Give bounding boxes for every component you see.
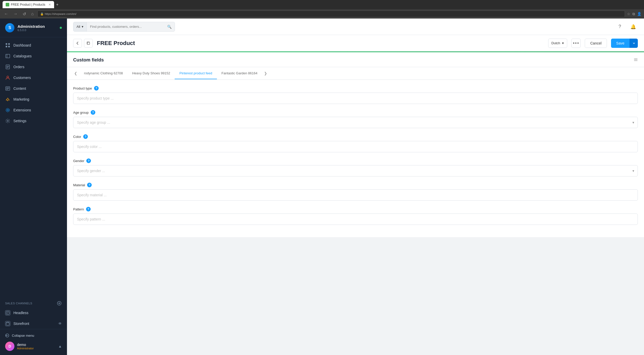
color-label: Color ? xyxy=(73,134,638,139)
catalogues-label: Catalogues xyxy=(13,54,32,58)
marketing-icon xyxy=(5,97,10,102)
search-input[interactable] xyxy=(87,25,164,29)
gender-label: Gender ? xyxy=(73,158,638,163)
sidebar-item-headless[interactable]: Headless xyxy=(0,307,67,318)
section-menu-btn[interactable] xyxy=(634,58,638,63)
section-title: Custom fields xyxy=(73,57,104,63)
language-value: Dutch xyxy=(552,41,560,45)
product-type-label: Product type ? xyxy=(73,86,638,91)
material-help[interactable]: ? xyxy=(87,183,92,187)
collapse-menu-btn[interactable]: Collapse menu xyxy=(5,333,62,338)
sidebar-item-catalogues[interactable]: Catalogues xyxy=(0,51,67,61)
tab-pinterest[interactable]: Pinterest product feed xyxy=(175,68,217,79)
pattern-help[interactable]: ? xyxy=(86,207,91,211)
add-sales-channel-btn[interactable] xyxy=(57,301,62,306)
notifications-btn[interactable]: 🔔 xyxy=(629,22,638,31)
app-version: 6.5.0.0 xyxy=(18,29,45,32)
storefront-visibility-icon[interactable]: 👁 xyxy=(58,322,62,326)
app-container: S Administration 6.5.0.0 Dashboard Catal… xyxy=(0,19,644,355)
more-options-btn[interactable]: ••• xyxy=(571,39,581,48)
sidebar-item-marketing[interactable]: Marketing xyxy=(0,94,67,105)
field-color: Color ? xyxy=(73,134,638,152)
page-title: FREE Product xyxy=(97,40,544,47)
user-expand-icon[interactable]: ▲ xyxy=(58,344,62,348)
bookmark-icon[interactable]: ☆ xyxy=(627,12,630,16)
tab-fantastic[interactable]: Fantastic Garden 86164 xyxy=(217,68,262,79)
tabs-prev-btn[interactable]: ❮ xyxy=(72,67,79,79)
sales-channels-section: Sales Channels xyxy=(0,297,67,307)
sidebar-item-extensions[interactable]: Extensions xyxy=(0,105,67,116)
forward-button[interactable]: → xyxy=(12,11,19,17)
back-button[interactable]: ← xyxy=(3,11,10,17)
topbar-right: ? 🔔 xyxy=(615,22,638,31)
language-selector[interactable]: Dutch ▾ xyxy=(548,39,567,48)
sidebar-item-dashboard[interactable]: Dashboard xyxy=(0,40,67,51)
tab-heavy-duty[interactable]: Heavy Duty Shoes 99152 xyxy=(128,68,175,79)
svg-point-10 xyxy=(7,120,9,122)
tab-aerodynamic[interactable]: rodynamic Clothing 62708 xyxy=(79,68,128,79)
search-btn[interactable]: 🔍 xyxy=(164,25,175,29)
age-group-select[interactable]: Specify age group ... xyxy=(73,117,638,128)
marketing-label: Marketing xyxy=(13,97,29,101)
copy-btn[interactable] xyxy=(84,39,93,48)
sidebar-item-orders[interactable]: Orders xyxy=(0,61,67,72)
new-tab-btn[interactable]: + xyxy=(56,2,58,7)
tab-close-btn[interactable]: ✕ xyxy=(48,3,51,6)
user-profile[interactable]: D demo Administrator ▲ xyxy=(5,342,62,351)
color-help[interactable]: ? xyxy=(83,134,88,139)
material-label: Material ? xyxy=(73,183,638,187)
svg-rect-3 xyxy=(8,46,10,47)
tabs-next-btn[interactable]: ❯ xyxy=(262,67,269,79)
tabs-bar: ❮ rodynamic Clothing 62708 Heavy Duty Sh… xyxy=(67,67,644,80)
profile-icon[interactable]: 👤 xyxy=(637,12,641,16)
user-role: Administrator xyxy=(17,347,34,350)
svg-rect-4 xyxy=(6,54,10,58)
topbar: All ▾ 🔍 ? 🔔 xyxy=(67,19,644,35)
filter-dropdown[interactable]: All ▾ xyxy=(73,22,87,31)
back-nav-btn[interactable] xyxy=(73,39,82,48)
svg-rect-2 xyxy=(6,46,7,47)
svg-rect-1 xyxy=(8,43,10,45)
field-gender: Gender ? Specify gender ... xyxy=(73,158,638,176)
material-input[interactable] xyxy=(73,189,638,201)
app-name: Administration xyxy=(18,24,45,29)
sidebar-item-customers[interactable]: Customers xyxy=(0,72,67,83)
color-input[interactable] xyxy=(73,141,638,152)
gender-select-wrapper: Specify gender ... xyxy=(73,165,638,176)
gender-help[interactable]: ? xyxy=(86,158,91,163)
home-button[interactable]: ⌂ xyxy=(30,11,35,17)
product-type-help[interactable]: ? xyxy=(94,86,99,91)
svg-point-9 xyxy=(6,108,10,112)
storefront-label: Storefront xyxy=(13,322,29,326)
age-group-label: Age group ? xyxy=(73,110,638,115)
sidebar-item-storefront[interactable]: Storefront 👁 xyxy=(0,318,67,329)
help-btn[interactable]: ? xyxy=(615,22,624,31)
save-button[interactable]: Save xyxy=(611,39,630,48)
extensions-icon[interactable]: ⧉ xyxy=(632,12,635,16)
sidebar-item-settings[interactable]: Settings xyxy=(0,116,67,126)
address-bar[interactable]: 🔒 https://shopware.com/en/ xyxy=(37,11,625,17)
save-dropdown-btn[interactable] xyxy=(630,39,638,48)
refresh-button[interactable]: ↺ xyxy=(21,11,28,17)
user-avatar: D xyxy=(5,342,14,351)
user-name: demo xyxy=(17,343,34,347)
gender-select[interactable]: Specify gender ... xyxy=(73,165,638,176)
content-icon xyxy=(5,86,10,91)
cancel-button[interactable]: Cancel xyxy=(585,39,607,48)
browser-tab[interactable]: FREE Product | Products ✕ xyxy=(3,1,54,8)
age-group-select-wrapper: Specify age group ... xyxy=(73,117,638,128)
settings-label: Settings xyxy=(13,119,27,123)
sidebar-item-content[interactable]: Content xyxy=(0,83,67,94)
user-info: demo Administrator xyxy=(17,343,34,350)
field-material: Material ? xyxy=(73,183,638,201)
browser-chrome: FREE Product | Products ✕ + xyxy=(0,0,644,9)
tab-favicon xyxy=(6,3,9,6)
svg-rect-15 xyxy=(87,42,90,45)
product-type-input[interactable] xyxy=(73,93,638,104)
main-nav: Dashboard Catalogues Orders Customers xyxy=(0,37,67,297)
age-group-help[interactable]: ? xyxy=(91,110,95,115)
orders-label: Orders xyxy=(13,65,24,69)
pattern-input[interactable] xyxy=(73,214,638,225)
header-actions-left xyxy=(73,39,93,48)
dashboard-icon xyxy=(5,43,10,48)
